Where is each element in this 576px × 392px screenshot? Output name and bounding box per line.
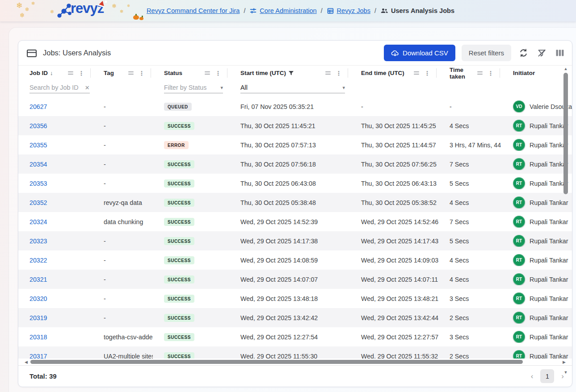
columns-button[interactable]: [554, 47, 566, 58]
breadcrumb-command-center[interactable]: Revyz Command Center for Jira: [147, 7, 240, 14]
column-menu-icon[interactable]: ⋮: [488, 70, 494, 77]
avatar: RT: [513, 350, 525, 359]
column-label: Status: [164, 70, 182, 76]
column-menu-icon[interactable]: ⋮: [78, 70, 84, 77]
jobs-card: Jobs: Users Analysis Download CSV Reset …: [18, 40, 572, 387]
column-menu-icon[interactable]: ⋮: [139, 70, 145, 77]
tag-cell: -: [92, 180, 153, 187]
horizontal-scrollbar: ◀ ▶: [18, 359, 572, 365]
tag-cell: -: [92, 238, 153, 245]
job-id-link[interactable]: 20322: [29, 257, 47, 264]
card-icon: [26, 48, 37, 58]
job-id-link[interactable]: 20352: [29, 199, 47, 206]
column-drag-handle[interactable]: [414, 71, 419, 75]
vertical-scroll-track[interactable]: [562, 71, 569, 370]
initiator-cell: RT Rupali Tankar: [502, 273, 572, 285]
tag-cell: -: [92, 142, 153, 149]
download-csv-button[interactable]: Download CSV: [384, 45, 455, 61]
clear-search-icon[interactable]: ✕: [85, 84, 90, 91]
download-csv-label: Download CSV: [403, 49, 448, 57]
job-id-link[interactable]: 20356: [29, 122, 47, 129]
job-id-link[interactable]: 20321: [29, 276, 47, 283]
column-header-time-taken[interactable]: Time taken ⋮: [438, 66, 502, 80]
job-id-link[interactable]: 20320: [29, 295, 47, 302]
status-filter-select[interactable]: Filter by Status ▾: [164, 84, 223, 93]
tag-cell: revyz-qa data: [92, 199, 153, 206]
filter-active-icon: [288, 71, 294, 76]
job-id-link[interactable]: 20318: [29, 334, 47, 341]
column-header-status[interactable]: Status ⋮: [153, 66, 229, 80]
breadcrumb-revyz-jobs[interactable]: Revyz Jobs: [327, 7, 370, 15]
job-id-link[interactable]: 20317: [29, 353, 47, 359]
column-drag-handle[interactable]: [205, 71, 210, 75]
reset-filters-button[interactable]: Reset filters: [462, 45, 511, 61]
column-menu-icon[interactable]: ⋮: [336, 70, 342, 77]
job-id-link[interactable]: 20355: [29, 142, 47, 149]
column-drag-handle[interactable]: [68, 71, 73, 75]
table-row: 20322 - SUCCESS Wed, 29 Oct 2025 14:08:5…: [18, 250, 572, 270]
job-id-link[interactable]: 20354: [29, 161, 47, 168]
chevron-down-icon: ▾: [342, 85, 345, 91]
job-id-link[interactable]: 20323: [29, 238, 47, 245]
avatar: RT: [513, 254, 525, 266]
job-id-link[interactable]: 20353: [29, 180, 47, 187]
scroll-left-arrow-icon[interactable]: ◀: [25, 360, 28, 364]
horizontal-scroll-track[interactable]: [30, 360, 560, 364]
scroll-up-arrow-icon[interactable]: ▲: [564, 67, 568, 71]
job-id-link[interactable]: 20324: [29, 218, 47, 225]
column-drag-handle[interactable]: [325, 71, 331, 75]
search-job-id-input[interactable]: Search by Job ID ✕: [29, 84, 90, 93]
initiator-cell: RT Rupali Tankar: [502, 216, 572, 228]
pagination: ‹ 1 ›: [531, 369, 564, 383]
end-time-cell: Wed, 29 Oct 2025 13:42:44: [350, 314, 438, 321]
table-row: 20318 togetha-csv-added-rev SUCCESS Wed,…: [18, 327, 572, 346]
refresh-button[interactable]: [517, 47, 530, 59]
column-menu-icon[interactable]: ⋮: [215, 70, 221, 77]
column-drag-handle[interactable]: [477, 71, 483, 75]
tag-cell: -: [92, 103, 153, 110]
column-menu-icon[interactable]: ⋮: [424, 70, 430, 77]
table-row: 20319 - SUCCESS Wed, 29 Oct 2025 13:42:4…: [18, 308, 572, 327]
column-header-end-time[interactable]: End time (UTC) ⋮: [350, 66, 438, 80]
vertical-scroll-thumb[interactable]: [563, 73, 568, 194]
table-row: 20354 - SUCCESS Thu, 30 Oct 2025 07:56:1…: [18, 154, 572, 174]
start-time-filter-select[interactable]: All ▾: [240, 84, 345, 93]
table-filter-row: Search by Job ID ✕ Filter by Status ▾ Al…: [18, 80, 572, 97]
column-header-job-id[interactable]: Job ID ↓ ⋮: [18, 66, 92, 80]
breadcrumb-core-administration[interactable]: Core Administration: [249, 7, 316, 15]
initiator-cell: RT Rupali Tankar: [502, 196, 572, 209]
breadcrumb-label: Revyz Command Center for Jira: [147, 7, 240, 14]
time-taken-cell: 7 Secs: [438, 218, 502, 225]
clear-filter-button[interactable]: [536, 47, 548, 59]
column-label: End time (UTC): [361, 70, 404, 76]
end-time-cell: Wed, 29 Oct 2025 14:17:43: [350, 238, 438, 245]
end-time-cell: Wed, 29 Oct 2025 12:27:57: [350, 334, 438, 341]
column-header-tag[interactable]: Tag ⋮: [92, 66, 153, 80]
horizontal-scroll-thumb[interactable]: [30, 360, 523, 364]
column-header-start-time[interactable]: Start time (UTC) ⋮: [229, 66, 350, 80]
start-time-cell: Wed, 29 Oct 2025 14:08:59: [229, 257, 350, 264]
total-label: Total:: [29, 372, 47, 380]
avatar: RT: [513, 312, 525, 324]
scroll-down-arrow-icon[interactable]: ▼: [564, 370, 568, 375]
sort-desc-icon: ↓: [50, 70, 53, 76]
column-label: Tag: [104, 70, 114, 76]
tag-cell: data chunking: [92, 218, 153, 225]
status-badge: SUCCESS: [164, 179, 194, 188]
column-drag-handle[interactable]: [128, 71, 134, 75]
search-placeholder: Search by Job ID: [29, 84, 79, 91]
breadcrumb-users-analysis-jobs: Users Analysis Jobs: [380, 7, 454, 14]
end-time-cell: -: [350, 103, 438, 110]
table-row: 20356 - SUCCESS Thu, 30 Oct 2025 11:45:2…: [18, 116, 572, 135]
total-count: Total: 39: [29, 372, 57, 380]
page-number-button[interactable]: 1: [540, 369, 554, 383]
end-time-cell: Wed, 29 Oct 2025 14:52:46: [350, 218, 438, 225]
start-time-cell: Wed, 29 Oct 2025 14:07:07: [229, 276, 350, 283]
previous-page-button[interactable]: ‹: [531, 372, 534, 380]
column-label: Job ID: [29, 70, 48, 76]
revyz-logo[interactable]: ❄ ❄ ❄ ❄ ❄ ❄ ❄ ❄ revyz: [0, 0, 95, 21]
avatar: VD: [513, 100, 525, 113]
santa-hat-icon: [99, 0, 106, 6]
job-id-link[interactable]: 20319: [29, 314, 47, 321]
job-id-link[interactable]: 20627: [29, 103, 47, 110]
